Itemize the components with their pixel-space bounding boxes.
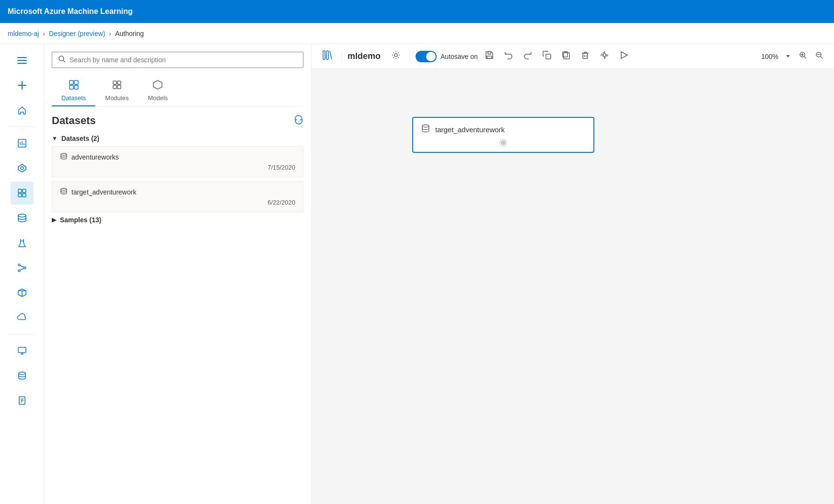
dataset-list: adventureworks 7/15/2020 target_adventur…: [52, 146, 303, 212]
svg-rect-50: [564, 53, 569, 59]
svg-rect-47: [488, 52, 491, 54]
node-output-port[interactable]: [500, 139, 507, 146]
svg-point-65: [422, 125, 429, 127]
sidebar-icon-compute[interactable]: [11, 157, 34, 180]
nav-bar: mldemo-aj › Designer (preview) › Authori…: [0, 23, 834, 44]
svg-marker-56: [621, 52, 627, 58]
tab-modules-icon: [112, 80, 122, 92]
sidebar-icon-models[interactable]: [11, 281, 34, 304]
svg-line-20: [20, 265, 24, 267]
datasets-section: Datasets ▼ Datasets (2) adventureworks: [52, 115, 303, 228]
canvas-toolbar: mldemo Autosave on: [312, 44, 834, 69]
svg-rect-11: [18, 189, 22, 193]
breadcrumb-sep-1: ›: [43, 30, 45, 37]
top-bar: Microsoft Azure Machine Learning: [0, 0, 834, 23]
sidebar-icon-designer[interactable]: [11, 182, 34, 205]
chevron-down-icon: ▼: [52, 135, 58, 142]
redo-button[interactable]: [520, 48, 535, 64]
canvas: mldemo Autosave on: [312, 44, 834, 504]
zoom-in-button[interactable]: [796, 49, 810, 64]
svg-line-63: [821, 57, 822, 58]
svg-rect-49: [546, 54, 551, 59]
sidebar-icon-experiments[interactable]: [11, 231, 34, 254]
search-box: [52, 52, 303, 68]
section-title-text: Datasets: [52, 115, 96, 127]
sidebar-icon-reports[interactable]: [11, 132, 34, 155]
svg-line-33: [63, 60, 65, 62]
undo-button[interactable]: [501, 48, 516, 64]
sidebar-icon-create[interactable]: [11, 74, 34, 97]
run-button[interactable]: [616, 48, 631, 64]
tab-modules-label: Modules: [105, 94, 128, 102]
sidebar-icon-pipelines[interactable]: [11, 256, 34, 279]
svg-point-17: [18, 264, 20, 266]
pan-button[interactable]: [597, 48, 612, 64]
svg-rect-39: [117, 81, 121, 84]
sidebar-icon-menu[interactable]: [11, 49, 34, 72]
dataset-item-adventureworks[interactable]: adventureworks 7/15/2020: [52, 146, 303, 177]
tab-modules[interactable]: Modules: [95, 76, 138, 106]
svg-rect-1: [17, 60, 27, 61]
left-panel: Datasets Modules Models Datasets: [44, 44, 312, 504]
dataset-name-target: target_adventurework: [71, 188, 136, 196]
toolbar-divider-1: [341, 51, 342, 62]
pipeline-node[interactable]: target_adventurework: [412, 117, 594, 153]
copy-button[interactable]: [539, 48, 555, 64]
zoom-out-button[interactable]: [812, 49, 826, 64]
autosave-toggle[interactable]: [416, 51, 437, 62]
svg-rect-44: [323, 51, 325, 59]
group-header-datasets[interactable]: ▼ Datasets (2): [52, 135, 303, 142]
settings-button[interactable]: [388, 48, 404, 64]
group-label-datasets: Datasets (2): [61, 135, 99, 142]
search-input[interactable]: [70, 56, 297, 64]
sidebar-icon-cloud[interactable]: [11, 306, 34, 329]
tab-models[interactable]: Models: [138, 76, 177, 106]
svg-rect-2: [17, 63, 27, 64]
sidebar-icon-monitor[interactable]: [11, 339, 34, 362]
delete-button[interactable]: [578, 48, 593, 64]
svg-rect-24: [18, 347, 26, 353]
sidebar-icon-home[interactable]: [11, 99, 34, 122]
autosave-label: Autosave on: [440, 53, 478, 60]
sidebar: [0, 44, 44, 504]
tab-models-icon: [152, 80, 163, 92]
svg-rect-38: [113, 81, 116, 84]
autosave-toggle-wrap: Autosave on: [416, 51, 478, 62]
tab-datasets-label: Datasets: [61, 94, 86, 102]
zoom-control: 100%: [759, 49, 826, 64]
svg-rect-41: [117, 85, 121, 89]
dataset-icon: [60, 152, 68, 162]
breadcrumb-sep-2: ›: [109, 30, 112, 37]
svg-rect-37: [74, 85, 78, 89]
paste-button[interactable]: [558, 48, 574, 64]
dataset-date-target: 6/22/2020: [60, 199, 295, 206]
breadcrumb-workspace[interactable]: mldemo-aj: [8, 30, 39, 37]
svg-rect-34: [70, 80, 73, 84]
sidebar-divider-1: [9, 126, 35, 127]
node-content: target_adventurework: [421, 124, 586, 136]
svg-rect-12: [23, 189, 26, 193]
sidebar-icon-notebook[interactable]: [11, 389, 34, 412]
library-button[interactable]: [319, 48, 336, 65]
svg-line-59: [804, 57, 806, 58]
tabs: Datasets Modules Models: [52, 76, 303, 107]
canvas-workspace[interactable]: target_adventurework: [312, 69, 834, 504]
sidebar-icon-datasets[interactable]: [11, 206, 34, 229]
breadcrumb-section[interactable]: Designer (preview): [49, 30, 105, 37]
dataset-name-adventureworks: adventureworks: [71, 153, 119, 161]
dataset-date-adventureworks: 7/15/2020: [60, 164, 295, 171]
svg-rect-13: [18, 194, 22, 197]
zoom-dropdown-button[interactable]: [782, 49, 794, 63]
group-header-samples[interactable]: ▶ Samples (13): [52, 216, 303, 224]
tab-datasets-icon: [69, 80, 79, 92]
sidebar-icon-database[interactable]: [11, 364, 34, 387]
tab-datasets[interactable]: Datasets: [52, 76, 95, 106]
svg-rect-36: [70, 85, 73, 89]
save-button[interactable]: [482, 48, 497, 64]
svg-point-15: [18, 214, 26, 217]
refresh-button[interactable]: [294, 115, 303, 127]
svg-rect-45: [326, 51, 328, 59]
pipeline-name: mldemo: [348, 51, 381, 61]
dataset-item-target[interactable]: target_adventurework 6/22/2020: [52, 181, 303, 212]
section-title: Datasets: [52, 115, 303, 127]
